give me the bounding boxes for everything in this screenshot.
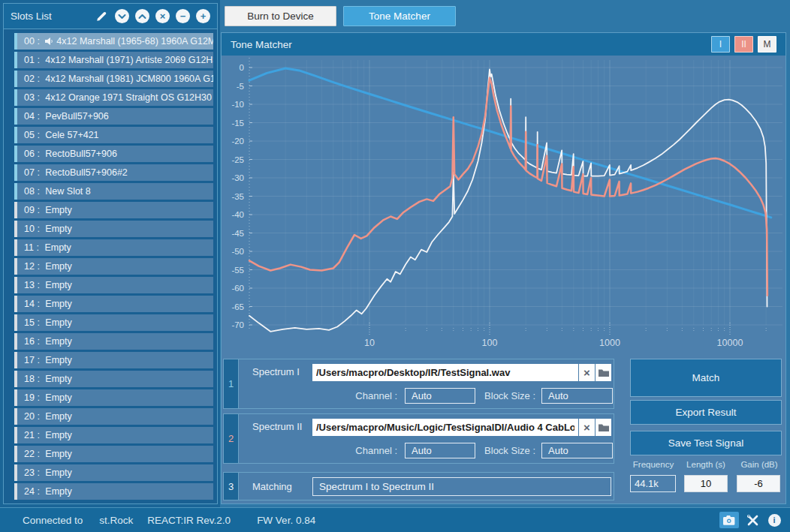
slot-index: 17 : [24,355,42,365]
slot-label: Empty [45,205,71,215]
match-button[interactable]: Match [630,359,782,397]
slot-index: 21 : [24,430,42,440]
tab-burn-to-device[interactable]: Burn to Device [225,6,336,26]
slot-row[interactable]: 11 : Empty [14,239,213,256]
slot-row[interactable]: 00 : 4x12 Marshall (1965-68) 1960A G12M2… [14,33,213,50]
spectrum2-browse-button[interactable] [596,419,611,436]
slot-stripe [14,446,17,462]
left-column: Slots List × − + 00 : [0,0,220,507]
toggle-spectrum2-button[interactable]: II [734,36,753,53]
slot-row[interactable]: 14 : Empty [14,296,213,312]
slot-index: 07 : [24,167,42,178]
slot-stripe [14,52,17,68]
slot-label: 4x12 Orange 1971 Straight OS G12H30 #2 [45,92,213,103]
slot-row[interactable]: 23 : Empty [14,464,213,481]
device-name: st.Rock [99,515,133,526]
slot-label: Empty [45,224,71,234]
slot-row[interactable]: 15 : Empty [14,314,213,331]
frequency-input[interactable] [630,475,676,492]
slot-stripe [14,314,17,331]
slot-stripe [14,408,17,425]
screenshot-camera-icon[interactable] [719,512,739,528]
spectrum2-file-input[interactable] [312,419,578,436]
spectrum1-clear-button[interactable]: × [579,364,595,381]
spectrum1-browse-button[interactable] [596,364,611,381]
tone-matcher-header: Tone Matcher I II M [222,33,785,56]
slots-panel: Slots List × − + 00 : [3,3,218,504]
tab-tone-matcher[interactable]: Tone Matcher [343,6,456,26]
delete-circle-icon[interactable]: × [155,9,170,23]
slot-label: Empty [44,242,71,253]
spectrum1-group: 1 Spectrum I × Channel : Block Size : [223,359,614,409]
slot-label: 4x12 Marshall (1965-68) 1960A G12M20 [56,36,213,47]
slot-label: RectoBull57+906#2 [45,167,127,178]
spectrum1-channel-input[interactable] [405,388,475,404]
spectrum2-clear-button[interactable]: × [579,419,595,436]
slot-row[interactable]: 10 : Empty [14,221,213,237]
add-circle-icon[interactable]: + [196,9,210,23]
slot-stripe [14,108,17,125]
export-result-button[interactable]: Export Result [630,400,782,425]
slot-row[interactable]: 16 : Empty [14,333,213,350]
gain-label: Gain (dB) [737,460,782,469]
spectrum2-blocksize-input[interactable] [541,443,613,458]
slot-index: 11 : [24,242,41,253]
connected-label: Connected to [23,515,83,526]
slot-row[interactable]: 24 : Empty [14,483,213,500]
spectrum1-file-input[interactable] [312,364,578,381]
remove-circle-icon[interactable]: − [176,9,190,23]
slot-index: 10 : [24,224,42,234]
slot-row[interactable]: 17 : Empty [14,352,213,368]
gain-input[interactable] [737,475,780,492]
slot-row[interactable]: 04 : PevBull57+906 [14,108,213,125]
firmware-version: FW Ver. 0.84 [257,515,315,526]
slot-label: Empty [45,355,71,365]
x-tick-label: 1000 [599,338,620,348]
slot-stripe [14,371,17,387]
slot-row[interactable]: 08 : New Slot 8 [14,183,213,200]
toggle-match-button[interactable]: M [758,36,776,53]
chevron-up-circle-icon[interactable] [135,9,149,23]
slot-label: Empty [45,374,71,384]
slot-row[interactable]: 03 : 4x12 Orange 1971 Straight OS G12H30… [14,89,213,106]
info-icon[interactable]: i [766,512,782,528]
slot-label: RectoBull57+906 [45,149,117,159]
edit-pencil-icon[interactable] [95,9,109,23]
slot-row[interactable]: 18 : Empty [14,371,213,387]
length-input[interactable] [684,475,728,492]
slot-row[interactable]: 12 : Empty [14,258,213,275]
spectrum-chart-svg: 0-5-10-15-20-25-30-35-40-45-50-55-60-65-… [222,56,785,355]
slot-stripe [14,89,17,106]
save-test-signal-button[interactable]: Save Test Signal [630,431,782,455]
slot-index: 02 : [24,74,42,84]
slot-label: Empty [45,299,71,309]
slot-row[interactable]: 02 : 4x12 Marshall (1981) JCM800 1960A G… [14,71,213,87]
slot-row[interactable]: 20 : Empty [14,408,213,425]
slot-index: 13 : [24,280,42,290]
spectrum2-channel-input[interactable] [405,443,475,458]
matching-mode-select[interactable]: Spectrum I to Spectrum II [312,477,611,496]
slot-index: 04 : [24,111,42,122]
slot-row[interactable]: 21 : Empty [14,427,213,443]
slot-stripe [14,333,17,350]
slot-row[interactable]: 22 : Empty [14,446,213,462]
slot-index: 09 : [24,205,42,215]
slot-row[interactable]: 01 : 4x12 Marshall (1971) Artiste 2069 G… [14,52,213,68]
slot-row[interactable]: 07 : RectoBull57+906#2 [14,164,213,181]
slot-label: Empty [45,486,71,497]
slot-row[interactable]: 05 : Cele 57+421 [14,127,213,143]
slot-stripe [14,258,17,275]
slot-label: Empty [45,336,71,347]
slot-row[interactable]: 09 : Empty [14,202,213,218]
chevron-down-circle-icon[interactable] [115,9,129,23]
spectrum1-label: Spectrum I [252,366,300,377]
folder-icon [599,368,609,377]
toggle-spectrum1-button[interactable]: I [711,36,730,53]
spectrum1-blocksize-input[interactable] [541,388,613,404]
slot-row[interactable]: 13 : Empty [14,277,213,293]
slot-row[interactable]: 19 : Empty [14,389,213,406]
slot-row[interactable]: 06 : RectoBull57+906 [14,146,213,162]
tab-bar: Burn to Device Tone Matcher [220,0,790,32]
tools-icon[interactable] [744,512,761,528]
slot-index: 03 : [24,92,42,103]
